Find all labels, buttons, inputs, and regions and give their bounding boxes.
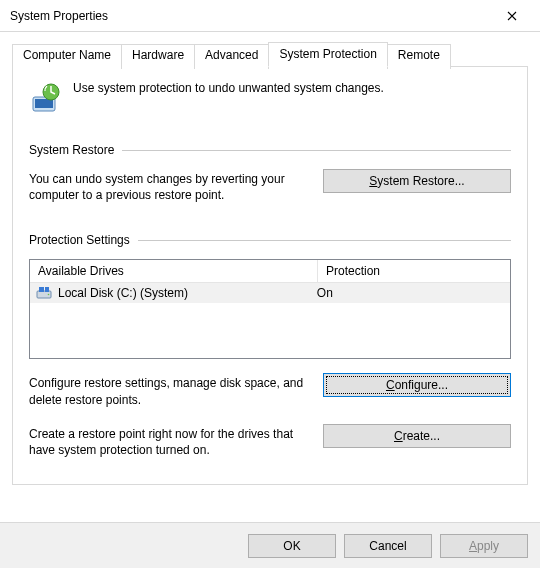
drive-name: Local Disk (C:) (System): [58, 286, 188, 300]
system-restore-row: You can undo system changes by reverting…: [29, 169, 511, 203]
svg-rect-5: [45, 287, 49, 292]
intro-row: Use system protection to undo unwanted s…: [29, 81, 511, 115]
drive-cell: Local Disk (C:) (System): [36, 286, 317, 300]
dialog-content: Computer Name Hardware Advanced System P…: [0, 32, 540, 497]
drives-table: Available Drives Protection Local Disk (…: [29, 259, 511, 359]
close-button[interactable]: [490, 1, 534, 31]
section-system-restore-title: System Restore: [29, 143, 114, 157]
table-row[interactable]: Local Disk (C:) (System) On: [30, 283, 510, 303]
create-button[interactable]: Create...: [323, 424, 511, 448]
create-row: Create a restore point right now for the…: [29, 424, 511, 458]
divider: [138, 240, 511, 241]
cancel-button[interactable]: Cancel: [344, 534, 432, 558]
apply-button[interactable]: Apply: [440, 534, 528, 558]
divider: [122, 150, 511, 151]
mnemonic: C: [386, 378, 395, 392]
svg-point-6: [48, 294, 50, 296]
column-header-protection[interactable]: Protection: [318, 260, 510, 282]
system-restore-button[interactable]: System Restore...: [323, 169, 511, 193]
disk-icon: [36, 286, 52, 300]
protection-cell: On: [317, 286, 504, 300]
mnemonic: A: [469, 539, 477, 553]
system-protection-icon: [29, 81, 63, 115]
tab-advanced[interactable]: Advanced: [194, 44, 269, 69]
column-header-drives[interactable]: Available Drives: [30, 260, 318, 282]
tab-strip: Computer Name Hardware Advanced System P…: [12, 42, 528, 67]
ok-button[interactable]: OK: [248, 534, 336, 558]
system-restore-desc: You can undo system changes by reverting…: [29, 169, 311, 203]
tab-computer-name[interactable]: Computer Name: [12, 44, 122, 69]
section-protection-settings-title: Protection Settings: [29, 233, 130, 247]
dialog-button-bar: OK Cancel Apply: [0, 522, 540, 568]
btn-text: onfigure...: [395, 378, 448, 392]
btn-text: ystem Restore...: [377, 174, 464, 188]
mnemonic: C: [394, 429, 403, 443]
create-desc: Create a restore point right now for the…: [29, 424, 311, 458]
window-title: System Properties: [10, 9, 490, 23]
intro-text: Use system protection to undo unwanted s…: [73, 81, 384, 95]
title-bar: System Properties: [0, 0, 540, 32]
configure-desc: Configure restore settings, manage disk …: [29, 373, 311, 407]
svg-rect-4: [39, 287, 44, 292]
btn-text: reate...: [403, 429, 440, 443]
configure-button[interactable]: Configure...: [323, 373, 511, 397]
drives-table-body: Local Disk (C:) (System) On: [30, 283, 510, 303]
drives-table-header: Available Drives Protection: [30, 260, 510, 283]
configure-row: Configure restore settings, manage disk …: [29, 373, 511, 407]
tab-system-protection[interactable]: System Protection: [268, 42, 387, 67]
section-system-restore-header: System Restore: [29, 143, 511, 157]
btn-text: pply: [477, 539, 499, 553]
tab-remote[interactable]: Remote: [387, 44, 451, 69]
tab-hardware[interactable]: Hardware: [121, 44, 195, 69]
section-protection-settings-header: Protection Settings: [29, 233, 511, 247]
close-icon: [507, 11, 517, 21]
tab-panel-system-protection: Use system protection to undo unwanted s…: [12, 66, 528, 485]
